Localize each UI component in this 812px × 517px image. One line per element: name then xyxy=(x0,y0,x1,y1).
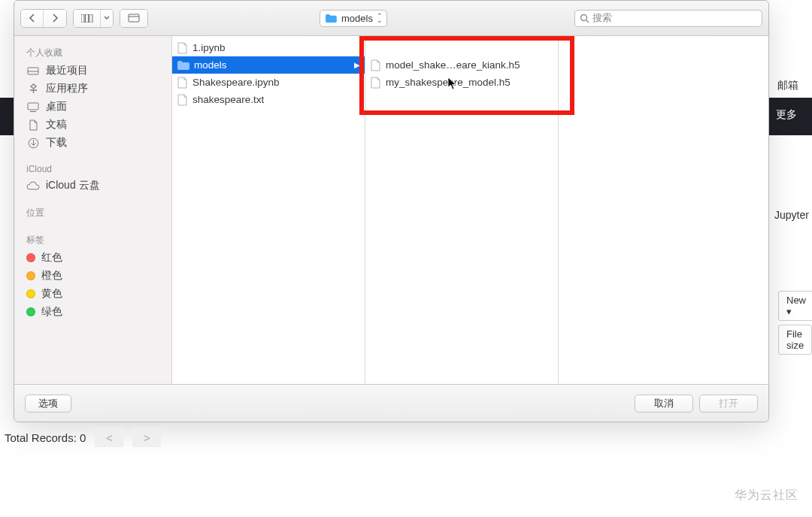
sidebar-tag-yellow[interactable]: 黄色 xyxy=(14,285,171,303)
sidebar-header-favorites: 个人收藏 xyxy=(14,42,171,62)
view-mode-dropdown[interactable] xyxy=(101,10,113,27)
tag-dot-icon xyxy=(26,307,35,316)
sidebar-header-icloud: iCloud xyxy=(14,159,171,177)
chevron-right-icon xyxy=(51,14,59,23)
open-button[interactable]: 打开 xyxy=(699,395,758,413)
search-placeholder: 搜索 xyxy=(592,11,612,25)
row-label: Shakespeare.ipynb xyxy=(192,77,280,88)
sidebar-tag-orange[interactable]: 橙色 xyxy=(14,267,171,285)
columns-icon xyxy=(81,14,93,23)
sidebar-tag-green[interactable]: 绿色 xyxy=(14,303,171,321)
view-columns-button[interactable] xyxy=(74,10,101,27)
row-label: models xyxy=(194,59,227,71)
records-bar: Total Records: 0 < > xyxy=(5,428,161,447)
column-1: model_shake..._...model_shake…eare_kiank… xyxy=(365,36,559,384)
view-mode-group xyxy=(73,9,114,28)
path-popup-button[interactable]: models ⌃⌄ xyxy=(320,10,387,27)
nav-back-forward-group xyxy=(20,9,67,28)
sidebar-item-label: 红色 xyxy=(41,251,62,265)
sidebar-item-label: 下载 xyxy=(46,136,67,150)
sidebar-item-label: 橙色 xyxy=(41,269,62,283)
svg-point-5 xyxy=(581,14,587,20)
sidebar-item-label: 应用程序 xyxy=(46,82,88,95)
recents-icon xyxy=(26,65,40,77)
row-label: 1.ipynb xyxy=(192,42,226,53)
bg-jupyter: Jupyter xyxy=(774,209,809,221)
svg-line-6 xyxy=(586,20,589,23)
sidebar-item-documents[interactable]: 文稿 xyxy=(14,116,171,134)
bg-more: 更多 xyxy=(776,108,797,122)
search-field[interactable]: 搜索 xyxy=(574,10,762,27)
group-icon xyxy=(128,14,140,23)
sidebar-item-recents[interactable]: 最近项目 xyxy=(14,62,171,80)
sidebar-header-tags: 标签 xyxy=(14,229,171,249)
file-row[interactable]: model_shake…eare_kiank.h5 xyxy=(365,56,558,74)
file-row[interactable]: my_shakespeare_model.h5 xyxy=(365,74,558,91)
file-icon xyxy=(177,94,188,106)
cloud-icon xyxy=(26,180,40,192)
file-row[interactable]: shakespeare.txt xyxy=(172,91,365,108)
downloads-icon xyxy=(26,137,40,149)
svg-rect-9 xyxy=(28,103,38,110)
row-label: my_shakespeare_model.h5 xyxy=(386,77,511,88)
dialog-toolbar: models ⌃⌄ 搜索 xyxy=(14,1,768,36)
total-records-label: Total Records: 0 xyxy=(5,431,86,444)
sidebar-item-label: 文稿 xyxy=(46,118,67,132)
pager-next[interactable]: > xyxy=(132,428,161,447)
folder-row[interactable]: models▶ xyxy=(172,56,365,74)
sidebar-header-locations: 位置 xyxy=(14,202,171,222)
sidebar-item-label: iCloud 云盘 xyxy=(46,179,100,192)
nav-forward-button[interactable] xyxy=(44,10,66,27)
sidebar-item-applications[interactable]: 应用程序 xyxy=(14,80,171,98)
file-open-dialog: models ⌃⌄ 搜索 个人收藏 最近项目 xyxy=(14,0,769,422)
updown-icon: ⌃⌄ xyxy=(377,14,383,23)
search-icon xyxy=(580,14,589,23)
file-icon xyxy=(177,42,188,54)
svg-rect-2 xyxy=(89,14,92,23)
svg-rect-0 xyxy=(81,14,84,23)
tag-dot-icon xyxy=(26,289,35,298)
desktop-icon xyxy=(26,101,40,113)
chevron-left-icon xyxy=(29,14,36,23)
chevron-down-icon xyxy=(104,16,110,20)
tag-dot-icon xyxy=(26,271,35,280)
svg-rect-1 xyxy=(85,14,88,23)
file-icon xyxy=(370,59,381,71)
path-popup-label: models xyxy=(341,13,373,24)
folder-icon xyxy=(325,14,337,23)
dialog-footer: 选项 取消 打开 xyxy=(14,384,768,422)
nav-back-button[interactable] xyxy=(21,10,44,27)
sidebar-item-desktop[interactable]: 桌面 xyxy=(14,98,171,116)
pager-prev[interactable]: < xyxy=(95,428,123,447)
apps-icon xyxy=(26,83,40,95)
cancel-button[interactable]: 取消 xyxy=(635,395,693,413)
column-0: 1.ipynbmodels▶Shakespeare.ipynbshakespea… xyxy=(172,36,365,384)
column-browser: 1.ipynbmodels▶Shakespeare.ipynbshakespea… xyxy=(172,36,768,384)
file-row[interactable]: Shakespeare.ipynb xyxy=(172,74,365,91)
svg-rect-3 xyxy=(129,14,139,22)
sidebar-item-label: 绿色 xyxy=(41,305,62,319)
file-row[interactable]: 1.ipynb xyxy=(172,39,365,56)
bg-new-button[interactable]: New ▾ xyxy=(778,291,812,321)
sidebar-item-label: 黄色 xyxy=(41,287,62,301)
folder-icon xyxy=(177,60,189,70)
group-by-button[interactable] xyxy=(120,9,148,28)
sidebar-tag-red[interactable]: 红色 xyxy=(14,249,171,267)
options-button[interactable]: 选项 xyxy=(25,395,71,413)
watermark: 华为云社区 xyxy=(735,488,798,503)
sidebar-item-icloud[interactable]: iCloud 云盘 xyxy=(14,177,171,195)
tag-dot-icon xyxy=(26,253,35,262)
sidebar-item-downloads[interactable]: 下载 xyxy=(14,134,171,152)
file-icon xyxy=(370,77,381,89)
column-2 xyxy=(559,36,752,384)
documents-icon xyxy=(26,119,40,131)
sidebar-item-label: 最近项目 xyxy=(46,64,88,77)
bg-filesize-button[interactable]: File size xyxy=(778,325,812,355)
row-label: model_shake…eare_kiank.h5 xyxy=(386,59,520,71)
file-icon xyxy=(177,77,188,89)
bg-mailbox: 邮箱 xyxy=(777,79,798,92)
sidebar: 个人收藏 最近项目 应用程序 桌面 xyxy=(14,36,172,384)
chevron-right-icon: ▶ xyxy=(354,61,360,69)
sidebar-item-label: 桌面 xyxy=(46,100,67,113)
row-label: shakespeare.txt xyxy=(192,94,264,105)
